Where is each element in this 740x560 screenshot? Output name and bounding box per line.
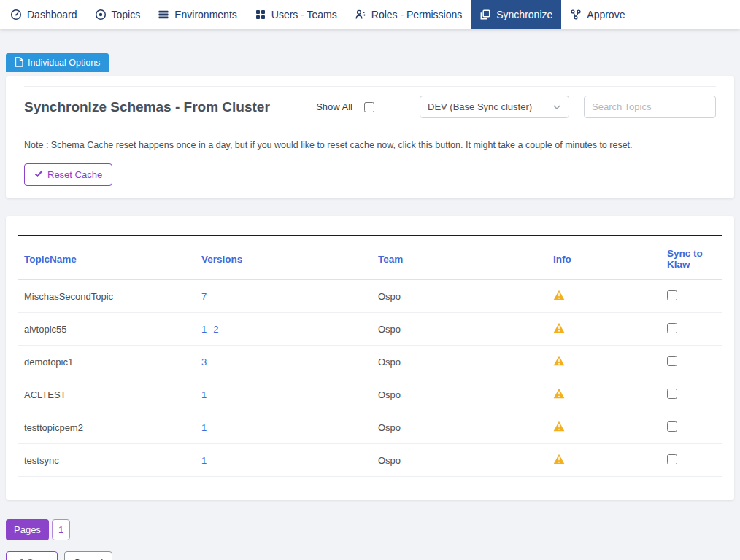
topic-name-cell: testtopicpem2 [18, 411, 195, 444]
version-link[interactable]: 1 [201, 389, 207, 400]
warning-icon[interactable] [553, 454, 565, 464]
dashboard-icon [10, 9, 22, 20]
nav-item-dashboard[interactable]: Dashboard [1, 0, 86, 29]
topic-name-cell: testsync [18, 444, 195, 477]
versions-cell: 3 [195, 346, 371, 378]
nav-item-topics[interactable]: Topics [86, 0, 150, 29]
sync-cell [660, 444, 722, 477]
nav-item-label: Environments [174, 9, 237, 20]
versions-cell: 1 [195, 411, 371, 444]
column-header: Sync to Klaw [660, 236, 722, 280]
check-icon [15, 557, 23, 560]
main-nav: DashboardTopicsEnvironmentsUsers - Teams… [1, 0, 633, 29]
cluster-select[interactable]: DEV (Base Sync cluster) [420, 96, 569, 118]
cancel-button[interactable]: Cancel [64, 551, 112, 560]
info-cell [547, 411, 660, 444]
team-cell: Ospo [371, 313, 547, 346]
column-header: Versions [195, 236, 371, 280]
roles-permissions-icon [355, 9, 366, 20]
info-cell [547, 346, 660, 378]
team-cell: Ospo [371, 411, 547, 444]
save-button-label: Save [27, 557, 49, 560]
check-icon [34, 169, 43, 180]
sync-schemas-panel: Synchronize Schemas - From Cluster Show … [6, 76, 734, 198]
version-link[interactable]: 2 [213, 324, 218, 335]
pagination: Pages 1 [6, 519, 734, 540]
chevron-down-icon [552, 103, 561, 112]
topic-name-cell: ACLTEST [18, 378, 195, 411]
table-row: aivtopic5512Ospo [18, 313, 722, 346]
info-cell [547, 444, 660, 477]
sync-to-klaw-checkbox[interactable] [667, 356, 677, 366]
versions-cell: 1 [195, 378, 371, 411]
warning-icon[interactable] [553, 322, 565, 333]
save-button[interactable]: Save [6, 551, 58, 560]
topic-name-cell: aivtopic55 [18, 313, 195, 346]
topics-table-card: TopicNameVersionsTeamInfoSync to Klaw Mi… [6, 216, 734, 500]
nav-item-synchronize[interactable]: Synchronize [471, 0, 561, 29]
sync-to-klaw-checkbox[interactable] [667, 290, 677, 300]
column-header: Info [547, 236, 660, 280]
nav-item-users-teams[interactable]: Users - Teams [246, 0, 346, 29]
reset-cache-label: Reset Cache [47, 169, 102, 180]
version-link[interactable]: 1 [201, 422, 207, 433]
sync-cell [660, 378, 722, 411]
table-row: MischasSecondTopic7Ospo [18, 280, 722, 313]
versions-cell: 1 [195, 444, 371, 477]
nav-item-label: Users - Teams [271, 9, 337, 20]
nav-item-environments[interactable]: Environments [149, 0, 246, 29]
sync-to-klaw-checkbox[interactable] [667, 323, 677, 333]
cluster-select-value: DEV (Base Sync cluster) [428, 101, 552, 112]
nav-item-label: Topics [112, 9, 141, 20]
table-row: ACLTEST1Ospo [18, 378, 722, 411]
sync-to-klaw-checkbox[interactable] [667, 421, 677, 432]
table-header-row: TopicNameVersionsTeamInfoSync to Klaw [18, 236, 722, 280]
warning-icon[interactable] [553, 289, 565, 300]
warning-icon[interactable] [553, 355, 565, 366]
footer-actions: Save Cancel [6, 551, 734, 560]
nav-item-label: Approve [587, 9, 625, 20]
versions-cell: 12 [195, 313, 371, 346]
info-cell [547, 378, 660, 411]
version-link[interactable]: 1 [201, 324, 207, 335]
version-link[interactable]: 3 [201, 357, 207, 368]
topics-icon [95, 9, 107, 20]
nav-item-label: Dashboard [27, 9, 77, 20]
tab-individual-options[interactable]: Individual Options [6, 53, 109, 72]
table-row: testtopicpem21Ospo [18, 411, 722, 444]
synchronize-icon [479, 9, 491, 20]
sync-schemas-panel-body: Synchronize Schemas - From Cluster Show … [24, 86, 716, 186]
approve-icon [570, 9, 582, 20]
show-all-label: Show All [316, 101, 352, 112]
warning-icon[interactable] [553, 421, 565, 432]
warning-icon[interactable] [553, 388, 565, 399]
reset-cache-button[interactable]: Reset Cache [24, 163, 112, 186]
version-link[interactable]: 1 [201, 455, 207, 466]
topic-name-cell: demotopic1 [18, 346, 195, 378]
search-topics-input[interactable] [584, 96, 716, 118]
users-teams-icon [255, 9, 266, 20]
cache-note-text: Note : Schema Cache reset happens once i… [24, 140, 716, 150]
info-cell [547, 313, 660, 346]
sync-to-klaw-checkbox[interactable] [667, 389, 677, 399]
sync-cell [660, 346, 722, 378]
versions-cell: 7 [195, 280, 371, 313]
sync-to-klaw-checkbox[interactable] [667, 454, 677, 464]
team-cell: Ospo [371, 346, 547, 378]
team-cell: Ospo [371, 444, 547, 477]
nav-item-approve[interactable]: Approve [561, 0, 633, 29]
team-cell: Ospo [371, 280, 547, 313]
column-header: Team [371, 236, 547, 280]
info-cell [547, 280, 660, 313]
page-title: Synchronize Schemas - From Cluster [24, 99, 270, 115]
page-content: Individual Options Synchronize Schemas -… [0, 53, 740, 560]
file-icon [15, 57, 23, 69]
show-all-checkbox[interactable] [364, 102, 374, 112]
version-link[interactable]: 7 [201, 291, 207, 302]
nav-item-roles-permissions[interactable]: Roles - Permissions [346, 0, 471, 29]
page-number-button[interactable]: 1 [52, 519, 70, 540]
topic-name-cell: MischasSecondTopic [18, 280, 195, 313]
panel-controls: Show All DEV (Base Sync cluster) [316, 96, 716, 118]
nav-item-label: Roles - Permissions [371, 9, 462, 20]
pages-button[interactable]: Pages [6, 519, 49, 540]
